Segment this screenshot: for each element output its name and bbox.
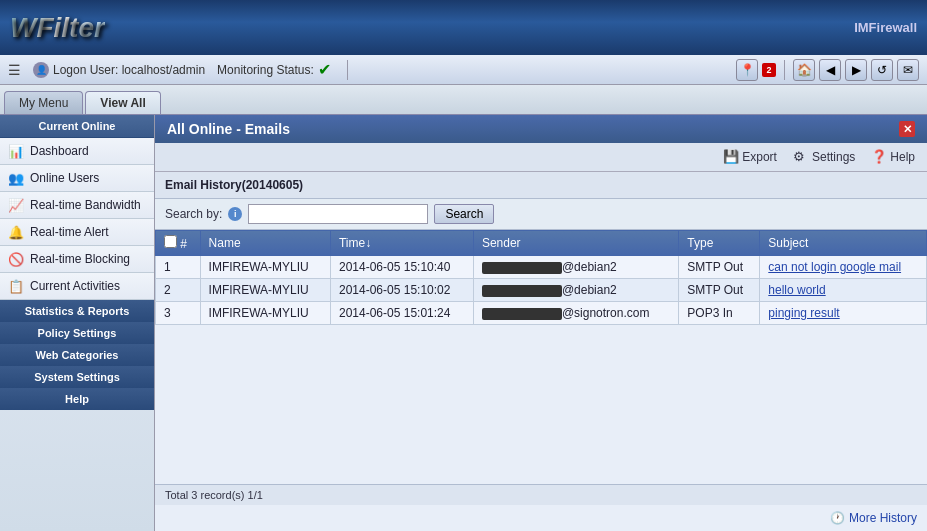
sidebar-item-label-blocking: Real-time Blocking [30, 252, 130, 266]
cell-num: 2 [156, 279, 201, 302]
content-title: All Online - Emails [167, 121, 290, 137]
col-header-time[interactable]: Time↓ [330, 231, 473, 256]
select-all-checkbox[interactable] [164, 235, 177, 248]
toolbar-divider [347, 60, 348, 80]
mail-icon[interactable]: ✉ [897, 59, 919, 81]
email-table: # Name Time↓ Sender Type Subject 1 IMFIR… [155, 230, 927, 325]
table-row: 3 IMFIREWA-MYLIU 2014-06-05 15:01:24 @si… [156, 302, 927, 325]
search-info-icon[interactable]: i [228, 207, 242, 221]
sidebar-item-online-users[interactable]: 👥 Online Users [0, 165, 154, 192]
main-toolbar: ☰ 👤 Logon User: localhost/admin Monitori… [0, 55, 927, 85]
cell-subject: pinging result [760, 302, 927, 325]
subject-link[interactable]: pinging result [768, 306, 839, 320]
subject-link[interactable]: can not login google mail [768, 260, 901, 274]
cell-type: POP3 In [679, 302, 760, 325]
export-icon: 💾 [723, 149, 739, 165]
table-wrapper: # Name Time↓ Sender Type Subject 1 IMFIR… [155, 230, 927, 484]
close-button[interactable]: ✕ [899, 121, 915, 137]
monitoring-status: Monitoring Status: ✔ [217, 60, 331, 79]
cell-name: IMFIREWA-MYLIU [200, 256, 330, 279]
refresh-icon[interactable]: ↺ [871, 59, 893, 81]
more-history-link[interactable]: 🕐 More History [155, 505, 927, 531]
forward-icon[interactable]: ▶ [845, 59, 867, 81]
sidebar-item-realtime-blocking[interactable]: 🚫 Real-time Blocking [0, 246, 154, 273]
search-bar: Search by: i Search [155, 199, 927, 230]
monitoring-label: Monitoring Status: [217, 63, 314, 77]
tab-my-menu[interactable]: My Menu [4, 91, 83, 114]
more-history-label: More History [849, 511, 917, 525]
nav-tabs: My Menu View All [0, 85, 927, 115]
settings-icon: ⚙ [793, 149, 809, 165]
toolbar-menu-icon[interactable]: ☰ [8, 62, 21, 78]
search-input[interactable] [248, 204, 428, 224]
cell-name: IMFIREWA-MYLIU [200, 302, 330, 325]
more-history-icon: 🕐 [830, 511, 845, 525]
back-icon[interactable]: ◀ [819, 59, 841, 81]
cell-time: 2014-06-05 15:10:02 [330, 279, 473, 302]
user-icon: 👤 [33, 62, 49, 78]
map-icon[interactable]: 📍 [736, 59, 758, 81]
cell-time: 2014-06-05 15:01:24 [330, 302, 473, 325]
sidebar-item-label-bandwidth: Real-time Bandwidth [30, 198, 141, 212]
cell-sender: @signotron.com [473, 302, 678, 325]
sidebar-group-policy[interactable]: Policy Settings [0, 322, 154, 344]
tab-view-all[interactable]: View All [85, 91, 160, 114]
sidebar-current-online-header: Current Online [0, 115, 154, 138]
cell-name: IMFIREWA-MYLIU [200, 279, 330, 302]
sidebar-item-realtime-bandwidth[interactable]: 📈 Real-time Bandwidth [0, 192, 154, 219]
sidebar-item-label-online-users: Online Users [30, 171, 99, 185]
monitoring-ok-icon: ✔ [318, 60, 331, 79]
sidebar-item-current-activities[interactable]: 📋 Current Activities [0, 273, 154, 300]
sidebar-group-system-settings[interactable]: System Settings [0, 366, 154, 388]
cell-sender: @debian2 [473, 256, 678, 279]
home-icon[interactable]: 🏠 [793, 59, 815, 81]
sidebar-item-label-activities: Current Activities [30, 279, 120, 293]
table-row: 1 IMFIREWA-MYLIU 2014-06-05 15:10:40 @de… [156, 256, 927, 279]
subject-link[interactable]: hello world [768, 283, 825, 297]
app-logo: WFilter [10, 12, 105, 44]
search-button[interactable]: Search [434, 204, 494, 224]
sender-masked [482, 285, 562, 297]
cell-num: 3 [156, 302, 201, 325]
online-users-icon: 👥 [8, 170, 24, 186]
toolbar-divider2 [784, 60, 785, 80]
settings-button[interactable]: ⚙ Settings [789, 147, 859, 167]
sidebar-group-statistics[interactable]: Statistics & Reports [0, 300, 154, 322]
blocking-icon: 🚫 [8, 251, 24, 267]
badge-icon: 2 [762, 63, 776, 77]
export-label: Export [742, 150, 777, 164]
cell-sender: @debian2 [473, 279, 678, 302]
table-footer: Total 3 record(s) 1/1 [155, 484, 927, 505]
table-row: 2 IMFIREWA-MYLIU 2014-06-05 15:10:02 @de… [156, 279, 927, 302]
sender-masked [482, 262, 562, 274]
cell-subject: hello world [760, 279, 927, 302]
sidebar-item-realtime-alert[interactable]: 🔔 Real-time Alert [0, 219, 154, 246]
sidebar-item-label-dashboard: Dashboard [30, 144, 89, 158]
col-header-num: # [156, 231, 201, 256]
sidebar-group-web-categories[interactable]: Web Categories [0, 344, 154, 366]
col-header-type: Type [679, 231, 760, 256]
help-button[interactable]: ❓ Help [867, 147, 919, 167]
settings-label: Settings [812, 150, 855, 164]
export-button[interactable]: 💾 Export [719, 147, 781, 167]
help-label: Help [890, 150, 915, 164]
cell-type: SMTP Out [679, 279, 760, 302]
brand-label: IMFirewall [854, 20, 917, 35]
logon-user-label: Logon User: localhost/admin [53, 63, 205, 77]
content-header: All Online - Emails ✕ [155, 115, 927, 143]
sidebar-group-help[interactable]: Help [0, 388, 154, 410]
col-header-sender: Sender [473, 231, 678, 256]
sidebar-item-dashboard[interactable]: 📊 Dashboard [0, 138, 154, 165]
header: WFilter IMFirewall [0, 0, 927, 55]
help-icon: ❓ [871, 149, 887, 165]
cell-num: 1 [156, 256, 201, 279]
bandwidth-icon: 📈 [8, 197, 24, 213]
logo-area: WFilter [10, 12, 105, 44]
cell-type: SMTP Out [679, 256, 760, 279]
col-header-name: Name [200, 231, 330, 256]
sender-masked [482, 308, 562, 320]
activities-icon: 📋 [8, 278, 24, 294]
cell-time: 2014-06-05 15:10:40 [330, 256, 473, 279]
hamburger-icon: ☰ [8, 62, 21, 78]
dashboard-icon: 📊 [8, 143, 24, 159]
